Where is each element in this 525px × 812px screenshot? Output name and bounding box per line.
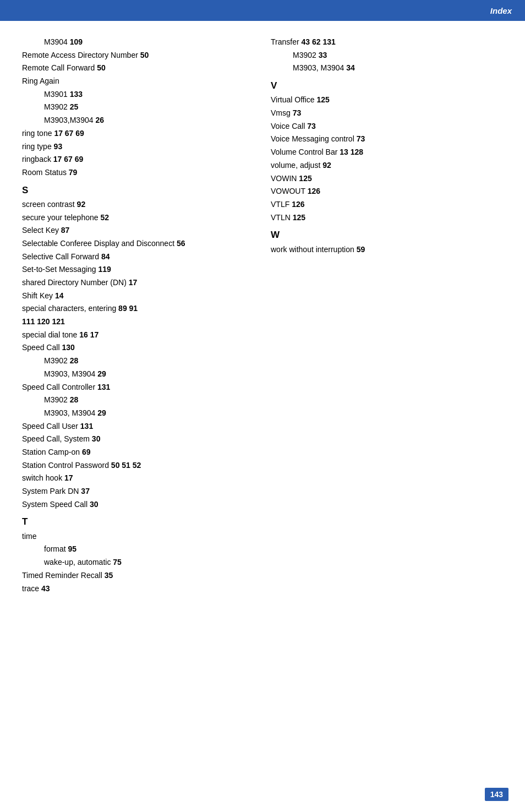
entry-page: 133 (70, 90, 83, 99)
index-entry: VOWOUT 126 (271, 186, 503, 198)
index-entry: Speed Call User 131 (22, 421, 254, 433)
entry-page: 43 (41, 584, 50, 593)
entry-page: 75 (113, 558, 122, 566)
index-entry: Station Control Password 50 51 52 (22, 460, 254, 472)
entry-text: M3902 (44, 356, 70, 365)
index-entry: M3902 33 (271, 50, 503, 62)
index-entry: Remote Access Directory Number 50 (22, 50, 254, 62)
index-entry: Select Key 87 (22, 225, 254, 237)
entry-page: 30 (90, 500, 99, 509)
index-entry: switch hook 17 (22, 472, 254, 484)
index-entry: VTLF 126 (271, 199, 503, 211)
entry-text: M3902 (44, 395, 70, 404)
entry-text: Speed Call User (22, 422, 80, 430)
entry-text: trace (22, 584, 41, 593)
entry-page: 79 (69, 168, 78, 177)
index-entry: Voice Messaging control 73 (271, 133, 503, 145)
index-entry-continued: 111 120 121 (22, 316, 254, 328)
entry-text: M3903,M3904 (44, 116, 95, 124)
entry-text: Station Camp-on (22, 448, 82, 456)
entry-page: 43 62 131 (302, 37, 336, 46)
entry-text: screen contrast (22, 200, 77, 209)
index-entry: M3902 28 (22, 355, 254, 367)
entry-text: secure your telephone (22, 213, 100, 222)
entry-text: ring tone (22, 129, 54, 138)
entry-page: 30 (92, 434, 101, 443)
entry-text: work without interruption (271, 245, 357, 254)
index-entry: M3902 28 (22, 394, 254, 406)
index-entry: VTLN 125 (271, 212, 503, 224)
entry-text: ringback (22, 155, 53, 164)
entry-page: 73 (307, 122, 316, 130)
entry-text: M3903, M3904 (44, 408, 97, 417)
index-entry: shared Directory Number (DN) 17 (22, 277, 254, 289)
entry-text: Station Control Password (22, 461, 111, 470)
entry-page: 59 (357, 245, 365, 254)
index-entry: Voice Call 73 (271, 121, 503, 133)
entry-text: Select Key (22, 226, 61, 235)
index-entry: special dial tone 16 17 (22, 329, 254, 341)
entry-text: M3902 (44, 102, 70, 111)
index-entry: time (22, 531, 254, 543)
entry-text: Set-to-Set Messaging (22, 265, 99, 274)
index-entry: secure your telephone 52 (22, 212, 254, 224)
entry-page: 126 (308, 187, 320, 195)
entry-page: 92 (77, 200, 86, 209)
index-entry: volume, adjust 92 (271, 160, 503, 172)
entry-page: 17 67 69 (53, 155, 84, 164)
entry-page: 13 128 (340, 148, 363, 156)
entry-text: Remote Call Forward (22, 63, 97, 72)
entry-page: 131 (97, 383, 110, 391)
index-entry: Ring Again (22, 75, 254, 88)
entry-page: 109 (70, 37, 83, 46)
entry-text: M3901 (44, 90, 70, 99)
entry-page: 95 (68, 544, 77, 553)
index-entry: trace 43 (22, 583, 254, 595)
index-entry: Station Camp-on 69 (22, 446, 254, 459)
index-entry: Virtual Office 125 (271, 94, 503, 106)
entry-text: Speed Call, System (22, 434, 92, 443)
entry-page: 87 (61, 226, 70, 235)
index-entry: M3903, M3904 29 (22, 368, 254, 380)
entry-page: 28 (70, 395, 79, 404)
index-entry: ring type 93 (22, 141, 254, 153)
entry-page: 126 (292, 200, 304, 209)
entry-page: 50 (97, 63, 106, 72)
entry-page: 125 (317, 95, 330, 104)
entry-text: Room Status (22, 168, 69, 177)
entry-text: VOWIN (271, 174, 299, 183)
entry-page: 93 (54, 142, 63, 151)
entry-page: 14 (55, 291, 64, 300)
entry-page: 125 (293, 213, 305, 222)
entry-text: Speed Call Controller (22, 383, 97, 391)
entry-text: M3903, M3904 (293, 63, 346, 72)
entry-text: shared Directory Number (DN) (22, 278, 129, 287)
index-entry: Speed Call, System 30 (22, 433, 254, 445)
entry-page: 50 51 52 (111, 461, 141, 470)
entry-page: 29 (97, 408, 106, 417)
index-entry: format 95 (22, 543, 254, 555)
index-entry: ringback 17 67 69 (22, 154, 254, 166)
entry-text: Remote Access Directory Number (22, 51, 140, 59)
index-entry: System Speed Call 30 (22, 499, 254, 511)
page-number-footer: 143 (485, 788, 508, 801)
entry-page: 92 (322, 161, 331, 170)
index-entry: Speed Call Controller 131 (22, 382, 254, 394)
section-header-s: S (22, 183, 254, 198)
entry-text: Selective Call Forward (22, 252, 101, 261)
index-entry: Selectable Conferee Display and Disconne… (22, 238, 254, 250)
index-entry: M3903, M3904 29 (22, 407, 254, 419)
index-entry: M3902 25 (22, 101, 254, 113)
header-title: Index (490, 6, 512, 15)
index-entry: Speed Call 130 (22, 342, 254, 354)
entry-text: System Park DN (22, 487, 81, 495)
entry-page: 34 (346, 63, 355, 72)
entry-page: 131 (80, 422, 93, 430)
section-header-v: V (271, 79, 503, 93)
entry-page: 130 (62, 343, 74, 352)
index-entry: Room Status 79 (22, 167, 254, 179)
index-entry: Timed Reminder Recall 35 (22, 570, 254, 582)
header-bar: Index (0, 0, 525, 21)
index-entry: VOWIN 125 (271, 173, 503, 185)
index-entry: Vmsg 73 (271, 107, 503, 119)
